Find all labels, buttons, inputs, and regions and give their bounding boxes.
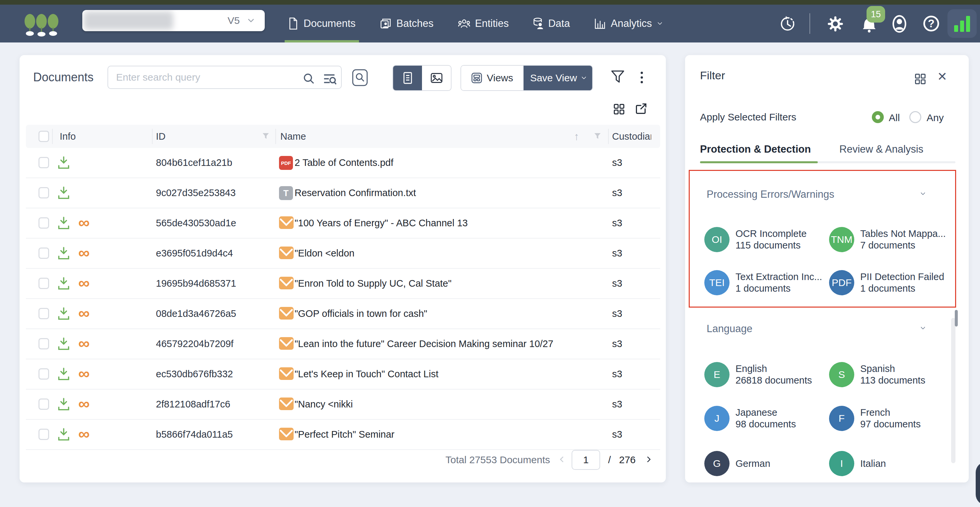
select-all-checkbox[interactable]: [38, 131, 49, 142]
table-row[interactable]: ∞ 565de430530ad1e "100 Years of Energy" …: [26, 208, 660, 239]
column-filter-icon[interactable]: [594, 133, 601, 140]
family-link-icon[interactable]: ∞: [78, 269, 89, 297]
download-icon[interactable]: [57, 186, 70, 200]
download-icon[interactable]: [57, 247, 70, 260]
nav-documents[interactable]: Documents: [285, 5, 359, 43]
doc-name[interactable]: "Perfect Pitch" Seminar: [294, 420, 395, 449]
doc-name[interactable]: "Nancy <nikki: [294, 389, 353, 419]
download-icon[interactable]: [57, 216, 70, 230]
family-link-icon[interactable]: ∞: [78, 389, 89, 418]
table-row[interactable]: ∞ ec530db676fb332 "Let's Keep in Touch" …: [26, 359, 660, 389]
filter-scrollbar-thumb[interactable]: [955, 310, 958, 327]
filter-item-pii-detection[interactable]: PDF PII Detection Failed1 documents: [829, 268, 951, 298]
family-link-icon[interactable]: ∞: [78, 299, 89, 327]
row-checkbox[interactable]: [38, 187, 49, 198]
column-header-id[interactable]: ID: [156, 125, 165, 148]
table-row[interactable]: 9c027d35e253843 T Reservation Confirmati…: [26, 178, 660, 208]
doc-name[interactable]: "100 Years of Energy" - ABC Channel 13: [294, 208, 468, 238]
family-link-icon[interactable]: ∞: [78, 208, 89, 237]
column-settings-icon[interactable]: [614, 104, 624, 115]
row-checkbox[interactable]: [38, 157, 49, 168]
chevron-down-icon[interactable]: [921, 325, 925, 330]
nav-entities[interactable]: Entities: [455, 5, 512, 43]
filter-item-english[interactable]: E English26818 documents: [704, 359, 826, 390]
radio-all-label[interactable]: All: [889, 112, 900, 123]
family-link-icon[interactable]: ∞: [78, 239, 89, 267]
row-checkbox[interactable]: [38, 429, 49, 440]
table-row[interactable]: ∞ 19695b94d685371 "Enron Told to Supply …: [26, 269, 660, 299]
doc-name[interactable]: 2 Table of Contents.pdf: [294, 148, 393, 177]
table-row[interactable]: 804b61cef11a21b PDF 2 Table of Contents.…: [26, 148, 660, 178]
project-selector[interactable]: V5: [82, 10, 265, 31]
family-link-icon[interactable]: ∞: [78, 420, 89, 448]
row-checkbox[interactable]: [38, 217, 49, 229]
row-checkbox[interactable]: [38, 308, 49, 319]
more-options-icon[interactable]: [641, 72, 643, 86]
sort-ascending-icon[interactable]: ↑: [574, 125, 579, 148]
nav-data[interactable]: Data: [530, 5, 573, 43]
download-icon[interactable]: [57, 156, 70, 170]
search-icon[interactable]: [303, 73, 315, 84]
filter-item-text-extraction[interactable]: TEI Text Extraction Inc...1 documents: [704, 268, 826, 298]
close-icon[interactable]: ✕: [937, 70, 947, 84]
help-icon[interactable]: ?: [923, 15, 940, 32]
advanced-search-icon[interactable]: [323, 73, 336, 85]
filter-funnel-icon[interactable]: [611, 70, 624, 84]
column-filter-icon[interactable]: [262, 133, 269, 140]
filter-item-spanish[interactable]: S Spanish113 documents: [829, 359, 951, 390]
page-number-input[interactable]: 1: [572, 450, 600, 470]
download-icon[interactable]: [57, 428, 70, 442]
column-header-info[interactable]: Info: [60, 125, 76, 148]
column-header-custodian[interactable]: Custodian: [612, 125, 651, 148]
row-checkbox[interactable]: [38, 278, 49, 289]
family-link-icon[interactable]: ∞: [78, 359, 89, 388]
radio-all[interactable]: [872, 111, 884, 123]
filter-scrollbar-track[interactable]: [951, 318, 955, 463]
row-checkbox[interactable]: [38, 247, 49, 259]
column-header-name[interactable]: Name: [280, 125, 306, 148]
download-icon[interactable]: [57, 367, 70, 381]
nav-batches[interactable]: Batches: [377, 5, 437, 43]
search-input[interactable]: [115, 68, 294, 87]
doc-name[interactable]: "Enron Told to Supply UC, Cal State": [294, 269, 452, 298]
table-row[interactable]: ∞ 2f812108adf17c6 "Nancy <nikki s3: [26, 389, 660, 420]
download-icon[interactable]: [57, 277, 70, 291]
save-view-button[interactable]: Save View: [523, 66, 592, 90]
row-checkbox[interactable]: [38, 338, 49, 349]
tab-review-analysis[interactable]: Review & Analysis: [839, 143, 923, 155]
family-link-icon[interactable]: ∞: [78, 329, 89, 358]
radio-any[interactable]: [909, 111, 921, 123]
radio-any-label[interactable]: Any: [927, 112, 944, 123]
list-view-button[interactable]: [393, 66, 422, 90]
table-row[interactable]: ∞ 08de1d3a46726a5 "GOP officials in town…: [26, 299, 660, 329]
doc-name[interactable]: "GOP officials in town for cash": [294, 299, 427, 328]
history-icon[interactable]: [779, 15, 796, 32]
previous-page-icon[interactable]: [560, 456, 566, 462]
settings-gear-icon[interactable]: [827, 15, 844, 32]
filter-item-italian[interactable]: I Italian: [829, 448, 951, 479]
filter-item-ocr-incomplete[interactable]: OI OCR Incomplete115 documents: [704, 224, 826, 255]
doc-name[interactable]: "Eldon <eldon: [294, 239, 354, 268]
filter-item-japanese[interactable]: J Japanese98 documents: [704, 403, 826, 434]
image-view-button[interactable]: [422, 66, 451, 90]
export-icon[interactable]: [635, 103, 647, 115]
doc-name[interactable]: "Let's Keep in Touch" Contact List: [294, 359, 438, 389]
doc-name[interactable]: "Lean into the future" Career Decision M…: [294, 329, 554, 359]
download-icon[interactable]: [57, 397, 70, 411]
search-in-document-icon[interactable]: [352, 69, 368, 86]
table-row[interactable]: ∞ e3695f051d9d4c4 "Eldon <eldon s3: [26, 239, 660, 269]
section-language[interactable]: Language: [706, 323, 752, 335]
user-profile-icon[interactable]: [892, 14, 907, 33]
table-row[interactable]: ∞ b5866f74da011a5 "Perfect Pitch" Semina…: [26, 420, 660, 450]
row-checkbox[interactable]: [38, 368, 49, 379]
filter-item-french[interactable]: F French97 documents: [829, 403, 951, 434]
doc-name[interactable]: Reservation Confirmation.txt: [294, 178, 416, 208]
filter-item-tables-not-mappable[interactable]: TNM Tables Not Mappa...7 documents: [829, 224, 951, 255]
usage-analytics-button[interactable]: [948, 9, 977, 38]
table-row[interactable]: ∞ 465792204b7209f "Lean into the future"…: [26, 329, 660, 359]
download-icon[interactable]: [57, 307, 70, 321]
section-processing-errors[interactable]: Processing Errors/Warnings: [706, 188, 834, 201]
row-checkbox[interactable]: [38, 399, 49, 410]
views-button[interactable]: Views: [461, 66, 523, 90]
nav-analytics[interactable]: Analytics: [591, 5, 665, 43]
